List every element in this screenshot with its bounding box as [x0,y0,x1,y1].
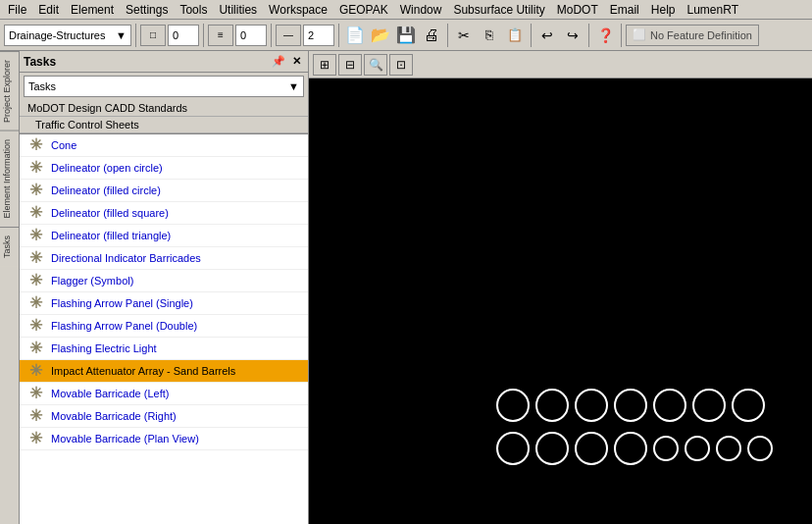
task-label: Delineator (filled circle) [51,184,161,196]
drainage-structures-label: Drainage-Structures [9,29,105,41]
task-icon: ✳ [25,363,45,379]
redo-button[interactable]: ↪ [561,25,584,46]
sidebar-tab-element-info[interactable]: Element Information [0,131,19,227]
main-layout: Project Explorer Element Information Tas… [0,51,812,524]
toolbar-separator-3 [271,24,272,47]
lines-button[interactable]: ≡ [208,25,233,46]
circle-2-4 [614,432,647,465]
tasks-dropdown-label: Tasks [28,80,56,92]
circle-2-3 [575,432,608,465]
menu-workspace[interactable]: Workspace [263,1,333,19]
tasks-category: MoDOT Design CADD Standards [20,100,308,117]
task-icon: ✳ [25,183,45,198]
task-icon: ✳ [25,273,45,288]
task-label: Flagger (Symbol) [51,275,133,287]
tasks-panel: Tasks 📌 ✕ Tasks ▼ MoDOT Design CADD Stan… [20,51,309,524]
tasks-close-button[interactable]: ✕ [288,54,304,70]
menu-subsurface[interactable]: Subsurface Utility [447,1,550,19]
task-label: Directional Indicator Barricades [51,252,201,264]
tasks-pin-button[interactable]: 📌 [271,54,286,70]
task-label: Flashing Arrow Panel (Single) [51,297,193,309]
menu-element[interactable]: Element [65,1,120,19]
new-button[interactable]: 📄 [343,25,367,46]
menu-lumenrt[interactable]: LumenRT [681,1,743,19]
undo-button[interactable]: ↩ [535,25,559,46]
menu-help[interactable]: Help [645,1,682,19]
toolbar-separator-8 [621,24,622,47]
task-label: Flashing Electric Light [51,342,157,354]
vp-fit-button[interactable]: ⊟ [338,54,362,76]
tasks-dropdown[interactable]: Tasks ▼ [24,76,304,97]
copy-icon: ⎘ [485,27,493,42]
vp-reset-button[interactable]: ⊞ [313,54,336,76]
tasks-list-item[interactable]: ✳Delineator (filled circle) [20,180,308,202]
tasks-list-item[interactable]: ✳Movable Barricade (Plan View) [20,428,308,450]
task-icon: ✳ [25,295,45,311]
circle-1-7 [732,389,765,422]
toolbar-separator-5 [447,24,448,47]
new-icon: 📄 [345,26,365,44]
weight-button[interactable]: — [276,25,301,46]
open-button[interactable]: 📂 [369,25,392,46]
tasks-titlebar: Tasks 📌 ✕ [20,51,308,73]
help-button[interactable]: ❓ [593,25,617,46]
tasks-list-item[interactable]: ✳Flashing Arrow Panel (Single) [20,292,308,315]
task-label: Movable Barricade (Plan View) [51,433,199,445]
tasks-list-item[interactable]: ✳Impact Attenuator Array - Sand Barrels [20,360,308,383]
menu-file[interactable]: File [2,1,32,19]
task-label: Delineator (filled triangle) [51,230,171,241]
circle-1-2 [535,389,569,422]
canvas-area[interactable] [309,79,812,524]
menu-edit[interactable]: Edit [32,1,65,19]
circle-2-2 [535,432,569,465]
tasks-list-item[interactable]: ✳Flashing Arrow Panel (Double) [20,315,308,338]
viewport: ⊞ ⊟ 🔍 ⊡ [309,51,812,524]
task-label: Impact Attenuator Array - Sand Barrels [51,365,235,377]
sidebar-tab-project-explorer[interactable]: Project Explorer [0,51,19,131]
paste-button[interactable]: 📋 [503,25,527,46]
task-label: Movable Barricade (Right) [51,410,177,422]
menu-geopak[interactable]: GEOPAK [333,1,394,19]
task-label: Movable Barricade (Left) [51,388,169,399]
vp-rotate-button[interactable]: ⊡ [389,54,413,76]
tasks-title: Tasks [24,55,271,69]
num2-field[interactable]: 0 [235,25,267,46]
tasks-list-item[interactable]: ✳Flagger (Symbol) [20,270,308,292]
task-icon: ✳ [25,250,45,266]
save-button[interactable]: 💾 [394,25,418,46]
circle-1-4 [614,389,647,422]
sidebar-tab-tasks[interactable]: Tasks [0,227,19,266]
tasks-list-item[interactable]: ✳Delineator (open circle) [20,157,308,180]
menu-modot[interactable]: MoDOT [551,1,604,19]
open-icon: 📂 [371,26,390,44]
feature-def-icon: ⬜ [633,28,646,41]
vp-view-button[interactable]: 🔍 [364,54,387,76]
menu-email[interactable]: Email [604,1,645,19]
menu-window[interactable]: Window [394,1,448,19]
num1-field[interactable]: 0 [168,25,199,46]
drainage-structures-dropdown[interactable]: Drainage-Structures ▼ [4,25,131,46]
print-button[interactable]: 🖨 [420,25,443,46]
feature-def-button[interactable]: ⬜ No Feature Definition [626,25,759,46]
task-label: Delineator (filled square) [51,207,169,219]
menu-tools[interactable]: Tools [174,1,213,19]
toolbar-separator-4 [338,24,339,47]
circle-1-5 [653,389,686,422]
tasks-list[interactable]: ✳Cone✳Delineator (open circle)✳Delineato… [20,133,308,524]
menu-utilities[interactable]: Utilities [213,1,263,19]
menu-settings[interactable]: Settings [120,1,174,19]
tasks-list-item[interactable]: ✳Flashing Electric Light [20,338,308,360]
copy-button[interactable]: ⎘ [478,25,501,46]
circle-2-1 [496,432,530,465]
shape-button[interactable]: □ [140,25,166,46]
help-icon: ❓ [597,27,614,43]
cut-button[interactable]: ✂ [452,25,476,46]
tasks-list-item[interactable]: ✳Movable Barricade (Left) [20,383,308,405]
tasks-list-item[interactable]: ✳Movable Barricade (Right) [20,405,308,428]
tasks-list-item[interactable]: ✳Directional Indicator Barricades [20,247,308,270]
num3-field[interactable]: 2 [303,25,334,46]
cut-icon: ✂ [458,27,470,43]
tasks-list-item[interactable]: ✳Cone [20,134,308,157]
tasks-list-item[interactable]: ✳Delineator (filled triangle) [20,225,308,247]
tasks-list-item[interactable]: ✳Delineator (filled square) [20,202,308,225]
